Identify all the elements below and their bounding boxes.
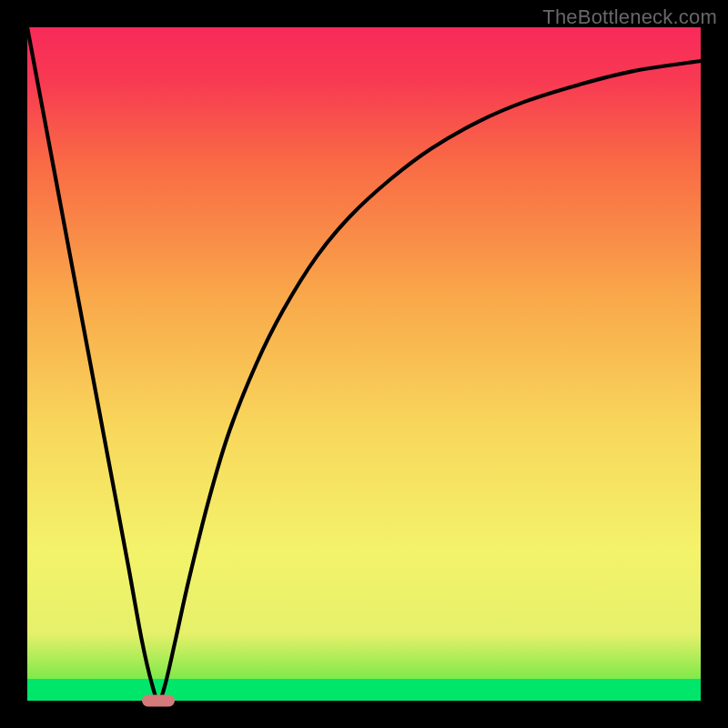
optimum-marker: [142, 695, 175, 707]
bottleneck-curve: [27, 27, 701, 701]
watermark-text: TheBottleneck.com: [542, 5, 717, 29]
chart-frame: TheBottleneck.com: [0, 0, 728, 728]
plot-area: [27, 27, 701, 701]
curve-svg: [27, 27, 701, 701]
